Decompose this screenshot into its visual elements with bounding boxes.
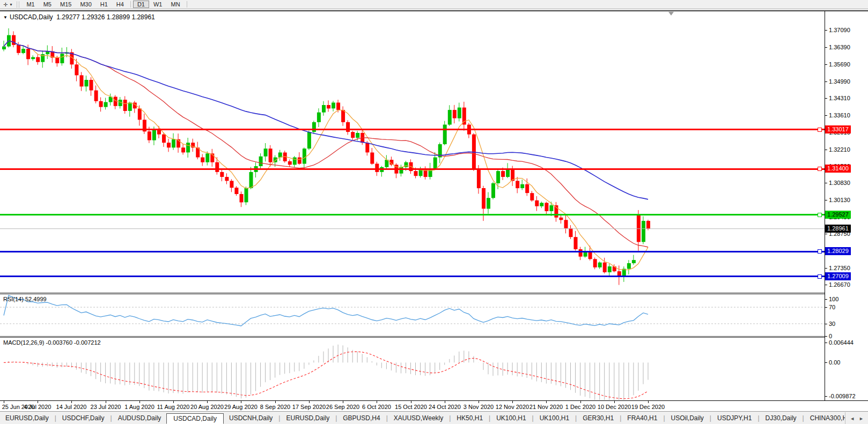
timeframe-buttons: M1M5M15M30H1H4D1W1MN <box>22 1 189 8</box>
tab-scroll-arrows: ◄► <box>845 412 868 424</box>
hline-handle[interactable] <box>818 128 822 132</box>
date-tick <box>343 401 343 403</box>
date-tick <box>309 401 310 403</box>
price-badge: 1.28029 <box>825 247 851 255</box>
date-axis-label: 12 Nov 2020 <box>496 404 529 410</box>
chart-tab-DJ30Daily[interactable]: DJ30,Daily <box>760 413 802 423</box>
date-axis-label: 24 Oct 2020 <box>429 404 461 410</box>
toolbar-grip[interactable] <box>17 2 19 8</box>
hline-1.27009[interactable] <box>0 276 825 277</box>
date-axis-label: 29 Aug 2020 <box>224 404 258 410</box>
chart-tab-USDCNHDaily[interactable]: USDCNH,Daily <box>224 413 278 423</box>
date-tick <box>445 401 445 403</box>
scroll-right-icon[interactable]: ► <box>857 415 866 422</box>
rsi-axis-label: 100 <box>829 296 838 302</box>
price-axis-label: 1.36390 <box>829 44 850 50</box>
macd-pane[interactable]: MACD(12,26,9) -0.003760 -0.007212 <box>0 338 825 400</box>
axis-tick <box>825 362 827 363</box>
scroll-left-icon[interactable]: ◄ <box>848 415 857 422</box>
toolbar-separator <box>130 1 131 8</box>
pane-separator[interactable] <box>0 293 868 294</box>
date-axis-label: 17 Sep 2020 <box>292 404 326 410</box>
pane-separator[interactable] <box>0 336 868 338</box>
axis-tick <box>825 336 827 337</box>
timeframe-button-W1[interactable]: W1 <box>149 1 167 8</box>
hline-1.31400[interactable] <box>0 168 825 170</box>
chart-tab-XAUUSDWeekly[interactable]: XAUUSD,Weekly <box>388 413 448 423</box>
date-tick <box>546 401 547 403</box>
macd-axis-label: 0.006444 <box>829 339 854 346</box>
cursor-tool-icon[interactable]: ✛ <box>0 2 10 8</box>
chart-tab-USDJPYH1[interactable]: USDJPY,H1 <box>712 413 757 423</box>
date-axis-label: 10 Dec 2020 <box>598 404 631 410</box>
chart-shift-marker[interactable] <box>668 12 674 16</box>
chart-tab-GBPUSDH4[interactable]: GBPUSD,H4 <box>337 413 385 423</box>
hline-1.29527[interactable] <box>0 214 825 215</box>
macd-chart[interactable] <box>0 338 825 400</box>
hline-handle[interactable] <box>818 213 822 217</box>
date-axis-label: 23 Jul 2020 <box>91 404 121 410</box>
chart-tab-USDCHFDaily[interactable]: USDCHF,Daily <box>57 413 110 423</box>
chevron-down-icon[interactable]: ▾ <box>10 2 14 7</box>
chart-tab-UK100H1[interactable]: UK100,H1 <box>534 413 575 423</box>
timeframe-button-D1[interactable]: D1 <box>133 1 149 8</box>
chart-tab-EURUSDDaily[interactable]: EURUSD,Daily <box>0 413 54 423</box>
price-axis-label: 1.27350 <box>829 265 850 271</box>
date-axis-label: 6 Oct 2020 <box>362 404 391 410</box>
date-tick <box>4 401 4 403</box>
hline-handle[interactable] <box>818 167 822 171</box>
date-tick <box>71 401 72 403</box>
timeframe-button-M5[interactable]: M5 <box>39 1 56 8</box>
macd-axis-label: -0.009872 <box>829 393 856 399</box>
date-axis[interactable]: 25 Jun 20204 Jul 202014 Jul 202023 Jul 2… <box>0 400 868 411</box>
chart-tab-GER30H1[interactable]: GER30,H1 <box>577 413 619 423</box>
chart-tab-USDCADDaily[interactable]: USDCAD,Daily <box>166 413 224 424</box>
price-axis-label: 1.30130 <box>829 197 850 203</box>
axis-tick <box>825 285 827 285</box>
date-tick <box>207 401 208 403</box>
hline-handle[interactable] <box>818 274 822 279</box>
axis-tick <box>825 115 827 116</box>
macd-axis-label: 0.00 <box>829 359 840 366</box>
axis-tick <box>825 150 827 150</box>
timeframe-toolbar: ✛ ▾ M1M5M15M30H1H4D1W1MN <box>0 0 868 9</box>
chart-ohlc-values: 1.29277 1.29326 1.28899 1.28961 <box>56 13 155 21</box>
timeframe-button-M15[interactable]: M15 <box>56 1 76 8</box>
chart-tab-USOilDaily[interactable]: USOil,Daily <box>666 413 709 423</box>
chart-title: ▼USDCAD,Daily 1.29277 1.29326 1.28899 1.… <box>3 13 155 21</box>
price-badge: 1.33017 <box>825 125 851 133</box>
timeframe-button-H1[interactable]: H1 <box>96 1 112 8</box>
axis-tick <box>825 98 827 99</box>
collapse-icon[interactable]: ▼ <box>3 15 8 20</box>
chart-symbol: USDCAD,Daily <box>10 13 53 21</box>
timeframe-button-M30[interactable]: M30 <box>76 1 95 8</box>
rsi-pane[interactable]: RSI(14) 52.4999 <box>0 295 825 336</box>
price-axis-label: 1.35690 <box>829 61 850 68</box>
hline-handle[interactable] <box>818 249 822 254</box>
mt4-chart-window: ✛ ▾ M1M5M15M30H1H4D1W1MN ▼USDCAD,Daily 1… <box>0 0 868 424</box>
date-axis-label: 20 Aug 2020 <box>190 404 224 410</box>
chart-tab-AUDUSDDaily[interactable]: AUDUSD,Daily <box>113 413 167 423</box>
date-axis-label: 26 Sep 2020 <box>326 404 359 410</box>
hline-1.28029[interactable] <box>0 251 825 252</box>
chart-tab-FRA40H1[interactable]: FRA40,H1 <box>622 413 663 423</box>
chart-tab-UK100H1[interactable]: UK100,H1 <box>491 413 531 423</box>
timeframe-button-MN[interactable]: MN <box>166 1 184 8</box>
date-tick <box>614 401 615 403</box>
timeframe-button-H4[interactable]: H4 <box>112 1 128 8</box>
price-axis[interactable]: 1.370901.363901.356901.349901.343101.336… <box>825 11 868 400</box>
price-badge: 1.29527 <box>825 211 851 219</box>
axis-tick <box>825 307 827 308</box>
timeframe-button-M1[interactable]: M1 <box>22 1 39 8</box>
hline-1.33017[interactable] <box>0 129 825 130</box>
axis-tick <box>825 234 827 234</box>
chart-client-area: ▼USDCAD,Daily 1.29277 1.29326 1.28899 1.… <box>0 11 868 424</box>
rsi-chart[interactable] <box>0 295 825 336</box>
chart-tab-EURUSDDaily[interactable]: EURUSD,Daily <box>281 413 335 423</box>
axis-tick <box>825 30 827 31</box>
date-axis-label: 1 Aug 2020 <box>124 404 155 410</box>
toolbar-separator <box>187 1 187 8</box>
chart-tab-HK50H1[interactable]: HK50,H1 <box>451 413 488 423</box>
price-pane[interactable]: ▼USDCAD,Daily 1.29277 1.29326 1.28899 1.… <box>0 11 825 293</box>
date-axis-label: 21 Nov 2020 <box>529 404 563 410</box>
